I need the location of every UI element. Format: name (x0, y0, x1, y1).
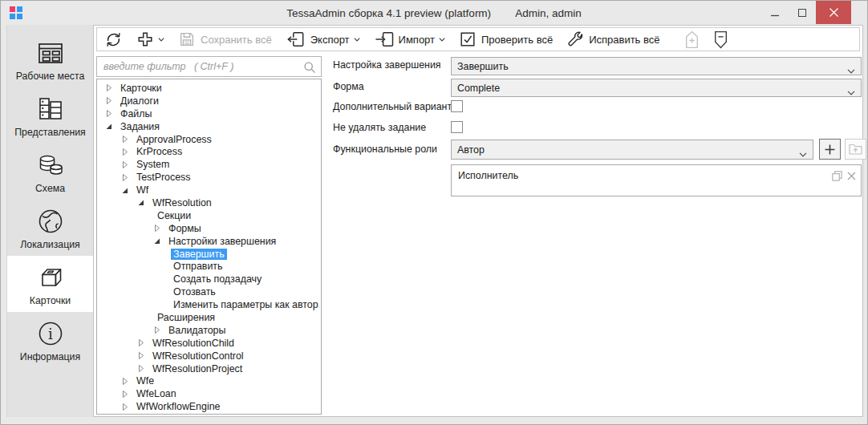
plus-icon (825, 144, 835, 155)
tree-item[interactable]: Wfe (97, 374, 321, 387)
remove-role-icon[interactable] (847, 172, 856, 180)
titlebar: TessaAdmin сборка 4.1 preview (platform)… (1, 1, 867, 25)
tree-item-label: Файлы (118, 108, 154, 119)
sidebar-item-cards[interactable]: Карточки (7, 256, 93, 312)
form-combobox[interactable]: Complete (451, 79, 862, 97)
shield-remove-button[interactable] (713, 30, 728, 49)
expander-collapsed-icon[interactable] (121, 173, 129, 182)
add-button[interactable] (136, 30, 164, 48)
tree-item[interactable]: WfeLoan (97, 387, 321, 400)
schema-icon (35, 149, 66, 181)
expander-collapsed-icon[interactable] (121, 403, 129, 411)
toolbar-button-label: Проверить всё (481, 34, 553, 46)
tree-item[interactable]: ApprovalProcess (97, 133, 321, 146)
expander-collapsed-icon[interactable] (137, 351, 145, 360)
sidebar-item-information[interactable]: iИнформация (7, 312, 93, 368)
tree-item[interactable]: Завершить (97, 248, 321, 261)
expander-expanded-icon[interactable] (153, 237, 161, 245)
copy-role-icon[interactable] (832, 171, 842, 181)
tree-item[interactable]: Файлы (97, 107, 321, 120)
check-all-button[interactable]: Проверить всё (459, 30, 553, 48)
completion-option-combobox[interactable]: Завершить (451, 57, 862, 75)
tree-item-label: Валидаторы (166, 325, 228, 336)
refresh-button[interactable] (104, 30, 123, 49)
tree-item[interactable]: WfWorkflowEngine (97, 400, 321, 413)
tree-item[interactable]: WfResolutionProject (97, 362, 321, 375)
tree-item[interactable]: WfResolutionControl (97, 350, 321, 362)
expander-collapsed-icon[interactable] (153, 326, 161, 334)
roles-list: Исполнитель (451, 164, 862, 196)
expander-collapsed-icon[interactable] (121, 390, 129, 399)
toolbar-button-label: Исправить всё (589, 34, 659, 46)
expander-collapsed-icon[interactable] (137, 364, 145, 373)
keep-task-checkbox[interactable] (451, 121, 463, 133)
shield-add-button[interactable] (684, 30, 700, 49)
tree-item[interactable]: Отправить (97, 260, 321, 273)
toolbar: Сохранить всёЭкспортИмпортПроверить всёИ… (96, 27, 860, 51)
expander-collapsed-icon[interactable] (121, 135, 129, 144)
sidebar-item-label: Рабочие места (16, 71, 85, 82)
tree-item-label: Отозвать (171, 286, 218, 298)
chevron-down-icon (439, 38, 445, 42)
save-all-button[interactable]: Сохранить всё (178, 30, 272, 48)
close-button[interactable] (816, 1, 851, 24)
chevron-down-icon (354, 38, 360, 42)
svg-text:i: i (48, 326, 53, 342)
tree-item-label: Расширения (155, 312, 217, 323)
import-button[interactable]: Импорт (374, 30, 445, 48)
tree-item[interactable]: Расширения (97, 311, 321, 324)
expander-collapsed-icon[interactable] (105, 83, 113, 92)
export-button[interactable]: Экспорт (286, 30, 360, 48)
expander-collapsed-icon[interactable] (121, 377, 129, 386)
tree-item-label: Wfe (134, 375, 156, 387)
tree-item-label: WfResolution (150, 197, 214, 208)
expander-collapsed-icon[interactable] (121, 148, 129, 156)
tree-item[interactable]: Формы (97, 222, 321, 235)
box-icon (35, 261, 66, 293)
tree-item[interactable]: KrProcess (97, 145, 321, 158)
tree-item[interactable]: Wf (97, 184, 321, 196)
expander-expanded-icon[interactable] (105, 122, 113, 131)
maximize-button[interactable] (789, 1, 816, 24)
tree-item[interactable]: WfResolution (97, 196, 321, 209)
expander-collapsed-icon[interactable] (105, 109, 113, 118)
tree-item-label: Карточки (118, 83, 164, 94)
tree-item-label: WfResolutionControl (150, 350, 246, 362)
tree-item[interactable]: Изменить параметры как автор (97, 298, 321, 311)
expander-expanded-icon[interactable] (137, 198, 145, 207)
additional-option-checkbox[interactable] (451, 100, 463, 112)
filter-input[interactable] (97, 57, 321, 76)
tree-item[interactable]: Отозвать (97, 285, 321, 298)
tree-item[interactable]: Настройки завершения (97, 235, 321, 248)
minimize-button[interactable] (761, 1, 789, 24)
sidebar-item-localization[interactable]: Локализация (7, 200, 93, 256)
expander-collapsed-icon[interactable] (121, 160, 129, 169)
expander-collapsed-icon[interactable] (137, 338, 145, 347)
move-role-button[interactable] (845, 139, 866, 160)
views-icon (35, 93, 66, 125)
sidebar-item-workplaces[interactable]: Рабочие места (7, 31, 93, 87)
expander-collapsed-icon[interactable] (105, 96, 113, 105)
tree-item[interactable]: Задания (97, 120, 321, 133)
tree-item[interactable]: WfResolutionChild (97, 337, 321, 350)
role-list-item[interactable]: Исполнитель (452, 165, 861, 181)
tree-item[interactable]: Создать подзадачу (97, 273, 321, 285)
expander-expanded-icon[interactable] (121, 186, 129, 195)
fix-all-button[interactable]: Исправить всё (566, 30, 659, 48)
wrench-icon (566, 30, 584, 48)
tree-item[interactable]: Диалоги (97, 95, 321, 107)
tree-item[interactable]: Секции (97, 209, 321, 222)
add-role-button[interactable] (819, 139, 841, 160)
tree-item-label: Формы (166, 223, 204, 234)
close-icon (829, 8, 838, 17)
tree-item[interactable]: Валидаторы (97, 324, 321, 337)
tree-item[interactable]: Карточки (97, 82, 321, 95)
expander-collapsed-icon[interactable] (153, 224, 161, 233)
sidebar-item-views[interactable]: Представления (7, 87, 93, 144)
globe-icon (35, 205, 66, 237)
tree-item[interactable]: System (97, 158, 321, 171)
sidebar-item-label: Схема (35, 183, 65, 194)
sidebar-item-schema[interactable]: Схема (7, 144, 93, 200)
tree-item[interactable]: TestProcess (97, 171, 321, 184)
functional-roles-combobox[interactable]: Автор (451, 140, 813, 160)
